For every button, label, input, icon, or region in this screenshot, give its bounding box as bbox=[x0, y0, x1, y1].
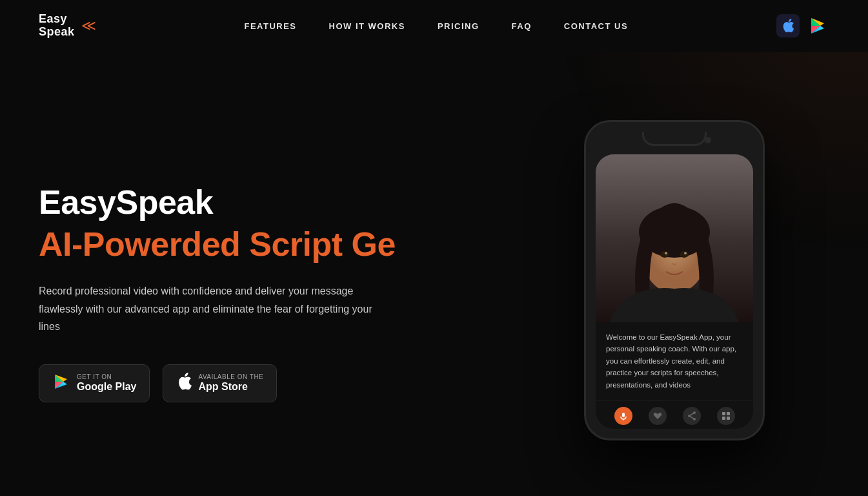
apple-icon-svg bbox=[176, 373, 192, 391]
svg-point-13 bbox=[660, 251, 669, 258]
phone-screen: Welcome to our EasySpeak App, your perso… bbox=[596, 154, 753, 429]
grid-icon bbox=[721, 411, 731, 421]
app-store-bottom-line: App Store bbox=[198, 380, 263, 393]
nav-link-faq[interactable]: FAQ bbox=[512, 21, 532, 31]
nav-link-contact[interactable]: CONTACT US bbox=[564, 21, 628, 31]
google-play-top-line: GET IT ON bbox=[77, 373, 136, 380]
hero-section: EasySpeak AI-Powerded Script Ge Record p… bbox=[0, 52, 868, 496]
svg-rect-18 bbox=[622, 413, 625, 417]
heart-icon bbox=[652, 411, 663, 421]
phone-bottom-bar bbox=[596, 400, 753, 429]
lightning-icon: ≪ bbox=[81, 17, 96, 34]
svg-rect-28 bbox=[727, 417, 730, 420]
nav-item-features[interactable]: FEATURES bbox=[244, 20, 296, 32]
store-buttons: GET IT ON Google Play Available on the A… bbox=[39, 364, 426, 402]
app-store-button-text: Available on the App Store bbox=[198, 373, 263, 393]
google-play-svg bbox=[806, 14, 829, 37]
mic-icon bbox=[618, 411, 629, 421]
logo[interactable]: Easy Speak ≪ bbox=[39, 13, 96, 39]
svg-point-14 bbox=[680, 251, 689, 258]
nav-google-play-icon[interactable] bbox=[806, 14, 829, 37]
nav-item-contact[interactable]: CONTACT US bbox=[564, 20, 628, 32]
phone-text-area: Welcome to our EasySpeak App, your perso… bbox=[596, 322, 753, 400]
svg-line-23 bbox=[689, 413, 694, 416]
navbar: Easy Speak ≪ FEATURES HOW IT WORKS PRICI… bbox=[0, 0, 868, 52]
phone-notch bbox=[642, 132, 707, 146]
nav-item-faq[interactable]: FAQ bbox=[512, 20, 532, 32]
person-image bbox=[596, 154, 753, 322]
nav-item-how-it-works[interactable]: HOW IT WORKS bbox=[329, 20, 405, 32]
nav-links: FEATURES HOW IT WORKS PRICING FAQ CONTAC… bbox=[244, 20, 628, 32]
nav-item-pricing[interactable]: PRICING bbox=[438, 20, 479, 32]
nav-store-icons bbox=[776, 14, 829, 37]
nav-app-store-icon[interactable] bbox=[776, 14, 800, 37]
phone-bottom-icon-2 bbox=[649, 407, 667, 425]
phone-welcome-text: Welcome to our EasySpeak App, your perso… bbox=[606, 331, 743, 391]
google-play-bottom-line: Google Play bbox=[77, 380, 136, 393]
phone-video-area bbox=[596, 154, 753, 322]
svg-point-16 bbox=[684, 252, 687, 254]
hero-content: EasySpeak AI-Powerded Script Ge Record p… bbox=[39, 158, 426, 402]
google-play-button[interactable]: GET IT ON Google Play bbox=[39, 364, 150, 402]
phone-bottom-icon-3 bbox=[683, 407, 701, 425]
share-icon bbox=[687, 411, 697, 421]
svg-rect-25 bbox=[722, 412, 725, 415]
app-store-button[interactable]: Available on the App Store bbox=[163, 364, 277, 402]
app-store-button-icon bbox=[176, 373, 192, 394]
app-store-top-line: Available on the bbox=[198, 373, 263, 380]
nav-link-pricing[interactable]: PRICING bbox=[438, 21, 479, 31]
svg-line-24 bbox=[689, 416, 694, 419]
apple-logo-svg bbox=[782, 19, 794, 33]
phone-mockup: Welcome to our EasySpeak App, your perso… bbox=[584, 120, 791, 440]
svg-rect-26 bbox=[727, 412, 730, 415]
nav-link-features[interactable]: FEATURES bbox=[244, 21, 296, 31]
hero-title-main: EasySpeak bbox=[39, 184, 426, 221]
google-play-button-icon bbox=[52, 373, 70, 394]
logo-text: Easy Speak bbox=[39, 13, 75, 39]
logo-line1: Easy bbox=[39, 13, 75, 26]
phone-frame: Welcome to our EasySpeak App, your perso… bbox=[584, 120, 765, 440]
phone-notch-area bbox=[596, 132, 753, 151]
svg-rect-27 bbox=[722, 417, 725, 420]
nav-link-how-it-works[interactable]: HOW IT WORKS bbox=[329, 21, 405, 31]
phone-bottom-icon-4 bbox=[717, 407, 735, 425]
hero-title-sub: AI-Powerded Script Ge bbox=[39, 226, 426, 263]
hero-description: Record professional video with confidenc… bbox=[39, 282, 374, 335]
logo-line2: Speak bbox=[39, 26, 75, 39]
google-play-button-text: GET IT ON Google Play bbox=[77, 373, 136, 393]
google-play-icon-svg bbox=[52, 373, 70, 391]
svg-point-15 bbox=[665, 252, 667, 254]
phone-bottom-icon-1 bbox=[614, 407, 632, 425]
